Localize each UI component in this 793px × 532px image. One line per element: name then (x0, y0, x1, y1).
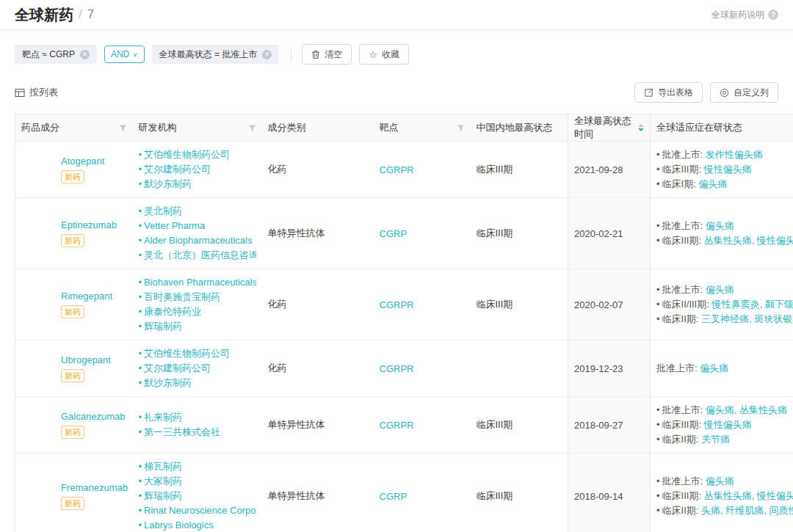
filter-chip-target[interactable]: 靶点 ≈ CGRP ✕ (15, 45, 97, 64)
org-link[interactable]: 康泰伦特药业 (144, 306, 201, 317)
indication-phase-label: 临床III期: (662, 164, 704, 175)
org-link[interactable]: 礼来制药 (144, 412, 182, 423)
indication-link[interactable]: 慢性偏头痛 (757, 490, 793, 501)
bullet-icon: • (139, 306, 142, 317)
indication-line: •批准上市: 发作性偏头痛 (656, 147, 793, 162)
target-link[interactable]: CGRP (380, 228, 408, 239)
indication-link[interactable]: 偏头痛 (698, 178, 727, 189)
org-link[interactable]: 默沙东制药 (144, 377, 192, 388)
bullet-icon: • (656, 434, 660, 445)
clear-filters-label: 清空 (325, 48, 342, 61)
org-link[interactable]: 艾尔建制药公司 (144, 362, 211, 374)
chevron-down-icon: ∨ (132, 51, 137, 58)
funnel-icon[interactable] (457, 124, 465, 132)
target-link[interactable]: CGRPR (380, 363, 414, 374)
drug-name-link[interactable]: Galcanezumab (61, 411, 125, 422)
indication-links: 丛集性头痛, 慢性偏头痛 (704, 490, 793, 501)
indication-link[interactable]: 偏头痛 (700, 362, 728, 374)
indication-link[interactable]: 丛集性头痛 (704, 490, 752, 501)
export-table-button[interactable]: 导出表格 (634, 82, 703, 103)
org-link[interactable]: 艾伯维生物制药公司 (144, 348, 230, 359)
table-row: Eptinezumab新药•灵北制药•Vetter Pharma•Alder B… (15, 198, 793, 269)
drug-cell: Rimegepant新药 (15, 269, 133, 340)
drug-name-link[interactable]: Rimegepant (61, 291, 112, 302)
org-link[interactable]: Rinat Neuroscience Corporation (144, 505, 256, 516)
new-drug-badge: 新药 (61, 234, 84, 247)
indication-link[interactable]: 纤维肌痛 (725, 505, 764, 516)
target-cell: CGRPR (374, 397, 471, 453)
filter-chip-global-status[interactable]: 全球最高状态 = 批准上市 ✕ (152, 45, 280, 64)
org-link[interactable]: 第一三共株式会社 (144, 426, 220, 437)
favorite-button[interactable]: ☆ 收藏 (359, 44, 409, 65)
indication-link[interactable]: 慢性偏头痛 (704, 419, 752, 430)
indication-phase-label: 临床II期: (662, 505, 701, 516)
bullet-icon: • (139, 277, 142, 288)
bullet-icon: • (139, 348, 142, 359)
global-date-cell: 2020-02-07 (568, 269, 651, 340)
org-link[interactable]: 艾尔建制药公司 (144, 164, 211, 175)
view-switch-list[interactable]: 按列表 (15, 86, 58, 99)
funnel-icon[interactable] (248, 124, 256, 132)
org-link[interactable]: 辉瑞制药 (144, 490, 182, 501)
customize-columns-button[interactable]: 自定义列 (710, 82, 778, 103)
column-header-2: 研发机构 (133, 114, 262, 142)
drug-name-link[interactable]: Fremanezumab (61, 482, 128, 493)
org-line: •辉瑞制药 (139, 319, 256, 334)
org-link[interactable]: 梯瓦制药 (144, 461, 182, 472)
drug-name-link[interactable]: Ubrogepant (61, 354, 111, 365)
close-circle-icon[interactable]: ✕ (80, 50, 90, 59)
org-link[interactable]: 灵北制药 (144, 205, 182, 216)
org-link[interactable]: Vetter Pharma (144, 220, 205, 231)
bullet-icon: • (139, 235, 142, 246)
org-link[interactable]: 默沙东制药 (144, 178, 192, 189)
star-icon: ☆ (369, 50, 377, 59)
close-circle-icon[interactable]: ✕ (262, 50, 272, 59)
column-header-6: 全球最高状态时间 (568, 114, 651, 142)
indication-link[interactable]: 偏头痛 (706, 475, 734, 487)
drug-name-link[interactable]: Atogepant (61, 156, 104, 167)
target-link[interactable]: CGRP (380, 491, 408, 502)
indication-phase-label: 临床II/III期: (662, 299, 712, 310)
indication-link[interactable]: 头痛 (701, 505, 720, 516)
indication-line: •临床III期: 慢性偏头痛 (656, 418, 793, 432)
indication-link[interactable]: 关节痛 (701, 434, 730, 445)
indication-link[interactable]: 丛集性头痛 (704, 235, 752, 246)
org-link[interactable]: Labrys Biologics (144, 520, 214, 531)
org-link[interactable]: 灵北（北京）医药信息咨询有限... (144, 249, 256, 260)
indication-link[interactable]: 颞下颌关节紊乱综合征 (765, 299, 793, 310)
sort-carets-icon[interactable] (638, 124, 644, 131)
question-circle-icon[interactable]: ? (768, 10, 778, 20)
indication-link[interactable]: 偏头痛 (706, 404, 734, 415)
indication-link[interactable]: 斑块状银屑病 (754, 313, 793, 324)
help-link[interactable]: 全球新药说明 ? (711, 9, 778, 21)
indication-link[interactable]: 慢性偏头痛 (704, 164, 752, 175)
org-link[interactable]: Biohaven Pharmaceuticals (144, 277, 256, 288)
indication-link[interactable]: 偏头痛 (706, 220, 734, 231)
target-link[interactable]: CGRPR (380, 420, 414, 431)
clear-filters-button[interactable]: 清空 (302, 44, 352, 65)
indication-link[interactable]: 发作性偏头痛 (706, 149, 763, 160)
column-header-label: 药品成分 (21, 121, 59, 134)
org-link[interactable]: 大冢制药 (144, 475, 182, 487)
indication-link[interactable]: 偏头痛 (706, 284, 734, 295)
org-line: •Vetter Pharma (139, 219, 256, 233)
drug-name-link[interactable]: Eptinezumab (61, 219, 117, 230)
org-link[interactable]: Alder Biopharmaceuticals (144, 235, 252, 246)
target-link[interactable]: CGRPR (380, 164, 414, 175)
target-link[interactable]: CGRPR (380, 299, 414, 310)
title-bar: 全球新药 / 7 全球新药说明 ? (0, 0, 793, 30)
indication-link[interactable]: 三叉神经痛 (701, 313, 749, 324)
org-link[interactable]: 辉瑞制药 (144, 321, 182, 332)
funnel-icon[interactable] (119, 124, 127, 132)
indication-link[interactable]: 间质性膀胱疼痛综合征 (769, 505, 793, 516)
sort-desc-caret (638, 128, 644, 131)
indication-link[interactable]: 慢性偏头痛 (757, 235, 793, 246)
filter-chip-global-status-label: 全球最高状态 = 批准上市 (159, 48, 258, 61)
indication-link[interactable]: 慢性鼻窦炎 (711, 299, 759, 310)
indication-link[interactable]: 丛集性头痛 (739, 404, 787, 415)
filter-operator-dropdown[interactable]: AND ∨ (104, 45, 145, 63)
indication-line: •批准上市: 偏头痛, 丛集性头痛 (656, 403, 793, 418)
org-link[interactable]: 百时美施贵宝制药 (144, 291, 220, 302)
indication-line: •临床III期: 慢性偏头痛 (656, 162, 793, 177)
org-link[interactable]: 艾伯维生物制药公司 (144, 149, 230, 160)
